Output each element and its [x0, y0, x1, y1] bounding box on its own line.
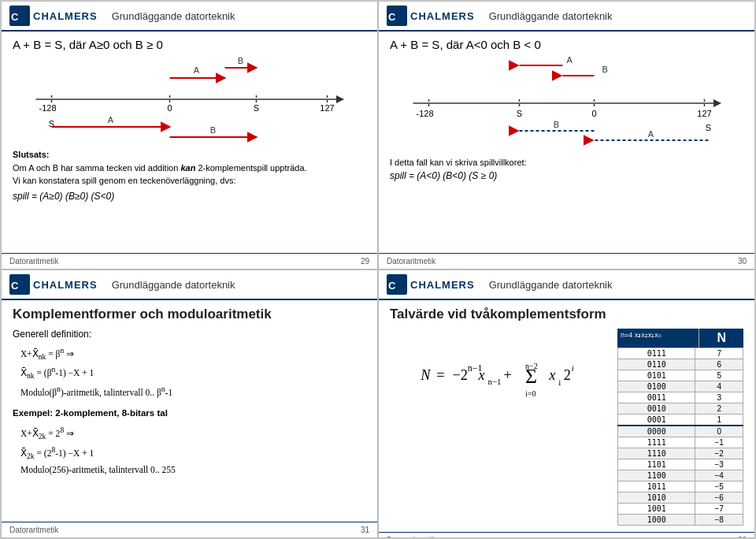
slide-1-title: A + B = S, där A≥0 och B ≥ 0 — [13, 38, 366, 51]
slide-4-table-header-bits: n=4 x₃x₂x₁x₀ — [617, 329, 699, 348]
table-row: 1111−1 — [618, 437, 743, 448]
chalmers-logo-text-4: CHALMERS — [410, 279, 475, 291]
svg-text:C: C — [388, 11, 396, 23]
table-cell-value: 0 — [695, 426, 743, 437]
table-cell-value: 7 — [695, 348, 743, 359]
svg-text:N: N — [420, 367, 432, 383]
slide-4-footer-left: Datoraritmetik — [387, 536, 435, 538]
table-cell-value: −7 — [695, 504, 743, 515]
table-cell-bits: 1101 — [618, 459, 695, 470]
svg-text:A: A — [194, 65, 200, 75]
svg-text:i: i — [571, 363, 573, 373]
table-row: 01015 — [618, 370, 743, 381]
slide-2-conclusion-label: I detta fall kan vi skriva spillvillkore… — [390, 158, 743, 167]
table-row: 00113 — [618, 392, 743, 403]
slide-4-layout: N = −2 n−1 x n−1 + n−2 Σ i=0 x i 2 i — [390, 329, 743, 526]
slide-4-footer: Datoraritmetik 32 — [379, 532, 754, 538]
svg-text:=: = — [436, 367, 444, 383]
slide-2-header: C CHALMERS Grundläggande datorteknik — [379, 2, 754, 32]
table-cell-bits: 0000 — [618, 426, 695, 437]
chalmers-logo-text-1: CHALMERS — [33, 10, 98, 22]
slide-1-header: C CHALMERS Grundläggande datorteknik — [2, 2, 377, 32]
table-cell-value: −2 — [695, 448, 743, 459]
slide-3-def-label: Generell definition: — [13, 329, 366, 340]
slide-3-content: Komplementformer och moduloaritmetik Gen… — [2, 300, 377, 522]
slide-1-number-line: -128 0 S 127 S A B A B — [13, 56, 366, 143]
svg-text:+: + — [503, 367, 511, 383]
svg-text:S: S — [706, 123, 711, 132]
chalmers-logo-icon-1: C — [9, 6, 30, 26]
table-cell-value: −8 — [695, 515, 743, 526]
table-cell-bits: 1100 — [618, 470, 695, 481]
table-cell-bits: 1000 — [618, 515, 695, 526]
slide-3-example-block: X+X̄2k = 28 ⇒ X̄2k = (28-1) −X + 1 Modul… — [20, 424, 366, 478]
table-row: 1110−2 — [618, 448, 743, 459]
table-cell-value: −3 — [695, 459, 743, 470]
chalmers-logo-1: C CHALMERS — [9, 6, 98, 26]
slide-3: C CHALMERS Grundläggande datorteknik Kom… — [1, 270, 378, 538]
table-row: 00011 — [618, 414, 743, 426]
slide-3-header: C CHALMERS Grundläggande datorteknik — [2, 270, 377, 300]
svg-text:B: B — [554, 120, 559, 129]
svg-text:x: x — [548, 367, 555, 383]
table-row: 01106 — [618, 359, 743, 370]
svg-text:S: S — [517, 109, 522, 118]
slide-2-footer-left: Datoraritmetik — [387, 257, 435, 266]
table-row: 1010−6 — [618, 493, 743, 504]
slide-2: C CHALMERS Grundläggande datorteknik A +… — [378, 1, 755, 270]
table-cell-bits: 1011 — [618, 481, 695, 493]
slide-3-math-line-1: X+X̄nk = βn ⇒ — [20, 344, 366, 363]
slide-4-formula-svg: N = −2 n−1 x n−1 + n−2 Σ i=0 x i 2 i — [413, 344, 587, 407]
chalmers-logo-icon-4: C — [387, 274, 407, 295]
slide-1-footer-right: 29 — [361, 257, 369, 266]
conclusion-text3: Vi kan konstatera spill genom en teckenö… — [13, 176, 236, 185]
slide-2-header-title: Grundläggande datorteknik — [489, 10, 613, 22]
svg-text:B: B — [238, 56, 243, 65]
slide-4: C CHALMERS Grundläggande datorteknik Tal… — [378, 270, 755, 538]
slide-3-ex-line-1: X+X̄2k = 28 ⇒ — [20, 424, 366, 443]
chalmers-logo-3: C CHALMERS — [9, 274, 98, 295]
slide-1-content: A + B = S, där A≥0 och B ≥ 0 — [2, 32, 377, 253]
table-cell-value: 6 — [695, 359, 743, 370]
slide-4-table-wrapper: n=4 x₃x₂x₁x₀ N 0111701106010150100400113… — [617, 329, 743, 526]
table-cell-bits: 1111 — [618, 437, 695, 448]
slide-3-header-title: Grundläggande datorteknik — [112, 279, 235, 291]
table-cell-bits: 0010 — [618, 403, 695, 414]
svg-text:A: A — [567, 56, 573, 65]
chalmers-logo-text-3: CHALMERS — [33, 279, 98, 291]
slide-2-footer-right: 30 — [738, 257, 747, 266]
slide-4-footer-right: 32 — [738, 536, 747, 538]
table-cell-value: 1 — [695, 414, 743, 426]
slide-4-data-table: 0111701106010150100400113001020001100000… — [617, 348, 743, 526]
table-row: 1101−3 — [618, 459, 743, 470]
slide-3-math-line-3: Modulo(βn)-aritmetik, talintervall 0.. β… — [20, 383, 366, 400]
slide-3-math-line-2: X̄nk = (βn-1) −X + 1 — [20, 363, 366, 382]
conclusion-bold: kan — [180, 163, 195, 173]
svg-text:B: B — [602, 65, 608, 74]
svg-text:S: S — [254, 103, 259, 113]
slide-1-spill-formula: spill = (A≥0) (B≥0) (S<0) — [13, 191, 366, 202]
slide-1-header-title: Grundläggande datorteknik — [112, 10, 235, 22]
svg-text:C: C — [388, 280, 396, 292]
table-cell-value: −4 — [695, 470, 743, 481]
svg-text:i=0: i=0 — [525, 389, 536, 398]
table-cell-bits: 1001 — [618, 504, 695, 515]
svg-text:A: A — [648, 129, 654, 139]
slide-1-footer-left: Datoraritmetik — [9, 257, 58, 266]
slide-1: C CHALMERS Grundläggande datorteknik A +… — [1, 1, 378, 270]
table-cell-value: 4 — [695, 381, 743, 392]
table-row: 1011−5 — [618, 481, 743, 493]
conclusion-text1: Om A och B har samma tecken vid addition — [13, 163, 180, 173]
slide-4-formula: N = −2 n−1 x n−1 + n−2 Σ i=0 x i 2 i — [390, 329, 610, 407]
table-cell-bits: 1110 — [618, 448, 695, 459]
conclusion-label: Slutsats: — [13, 150, 49, 159]
slide-1-footer: Datoraritmetik 29 — [2, 253, 377, 269]
slide-4-table-header-n: N — [699, 329, 743, 348]
slide-3-footer-left: Datoraritmetik — [9, 526, 58, 534]
svg-text:C: C — [11, 280, 19, 292]
conclusion-text2: 2-komplementspill uppträda. — [195, 163, 306, 173]
slide-1-conclusion: Slutsats: Om A och B har samma tecken vi… — [13, 148, 366, 188]
slide-4-header: C CHALMERS Grundläggande datorteknik — [379, 270, 754, 300]
svg-text:0: 0 — [167, 103, 172, 113]
table-cell-value: −1 — [695, 437, 743, 448]
